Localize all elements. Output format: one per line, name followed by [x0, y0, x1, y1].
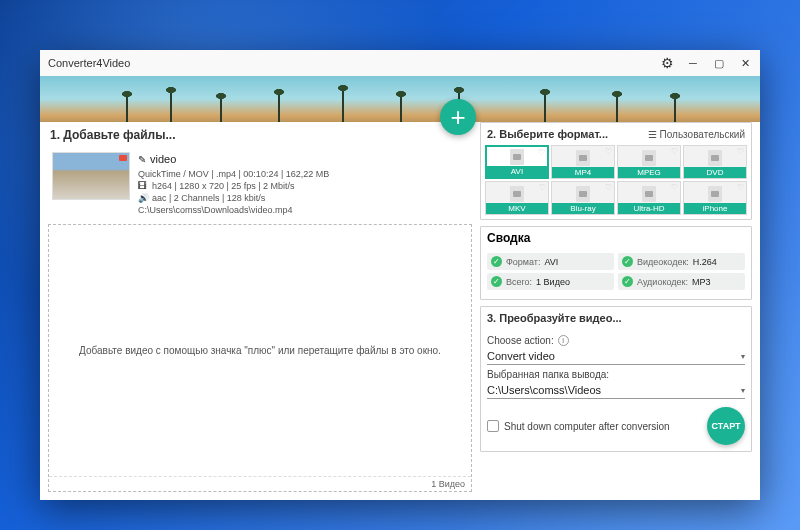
step2-title: 2. Выберите формат...: [487, 128, 608, 140]
format-iphone[interactable]: ♡iPhone: [683, 181, 747, 215]
summary-title: Сводка: [481, 227, 751, 249]
heart-icon[interactable]: ♡: [538, 148, 545, 157]
check-icon: ✓: [622, 276, 633, 287]
file-item[interactable]: ✎ video QuickTime / MOV | .mp4 | 00:10:2…: [48, 148, 472, 220]
video-icon: 🎞: [138, 180, 148, 192]
left-column: + 1. Добавьте файлы... ✎ video QuickTime…: [48, 122, 472, 492]
heart-icon[interactable]: ♡: [737, 183, 744, 192]
checkbox-box: [487, 420, 499, 432]
action-label: Choose action:i: [487, 335, 745, 346]
check-icon: ✓: [491, 256, 502, 267]
convert-panel: 3. Преобразуйте видео... Choose action:i…: [480, 306, 752, 452]
output-dropdown[interactable]: C:\Users\comss\Videos▾: [487, 382, 745, 399]
heart-icon[interactable]: ♡: [605, 183, 612, 192]
file-info: ✎ video QuickTime / MOV | .mp4 | 00:10:2…: [138, 152, 468, 216]
video-thumbnail: [52, 152, 130, 200]
window-controls: ⚙ ─ ▢ ✕: [660, 56, 752, 70]
start-button[interactable]: СТАРТ: [707, 407, 745, 445]
format-dvd[interactable]: ♡DVD: [683, 145, 747, 179]
heart-icon[interactable]: ♡: [539, 183, 546, 192]
hamburger-icon: ☰: [648, 129, 657, 140]
custom-format-button[interactable]: ☰ Пользовательский: [648, 129, 745, 140]
check-icon: ✓: [491, 276, 502, 287]
file-video-line: h264 | 1280 x 720 | 25 fps | 2 Mbit/s: [152, 180, 295, 192]
file-path: C:\Users\comss\Downloads\video.mp4: [138, 204, 468, 216]
info-icon[interactable]: i: [558, 335, 569, 346]
close-button[interactable]: ✕: [738, 56, 752, 70]
app-window: Converter4Video ⚙ ─ ▢ ✕ + 1. Добавьте фа…: [40, 50, 760, 500]
summary-panel: Сводка ✓Формат: AVI ✓Видеокодек: H.264 ✓…: [480, 226, 752, 300]
step3-title: 3. Преобразуйте видео...: [487, 312, 622, 324]
format-mkv[interactable]: ♡MKV: [485, 181, 549, 215]
maximize-button[interactable]: ▢: [712, 56, 726, 70]
format-panel: 2. Выберите формат... ☰ Пользовательский…: [480, 122, 752, 220]
shutdown-checkbox[interactable]: Shut down computer after conversion: [487, 420, 670, 432]
format-grid: ♡AVI ♡MP4 ♡MPEG ♡DVD ♡MKV ♡Blu-ray ♡Ultr…: [481, 145, 751, 219]
format-uhd[interactable]: ♡Ultra-HD: [617, 181, 681, 215]
summary-vcodec: ✓Видеокодек: H.264: [618, 253, 745, 270]
right-column: 2. Выберите формат... ☰ Пользовательский…: [480, 122, 752, 492]
action-dropdown[interactable]: Convert video▾: [487, 348, 745, 365]
dropzone-footer: 1 Видео: [49, 476, 471, 491]
file-container-line: QuickTime / MOV | .mp4 | 00:10:24 | 162,…: [138, 168, 468, 180]
output-label: Выбранная папка вывода:: [487, 369, 745, 380]
format-bluray[interactable]: ♡Blu-ray: [551, 181, 615, 215]
header-banner: [40, 76, 760, 122]
format-mpeg[interactable]: ♡MPEG: [617, 145, 681, 179]
edit-icon[interactable]: ✎: [138, 153, 146, 167]
chevron-down-icon: ▾: [741, 352, 745, 361]
summary-format: ✓Формат: AVI: [487, 253, 614, 270]
step1-title: 1. Добавьте файлы...: [48, 122, 472, 148]
settings-icon[interactable]: ⚙: [660, 56, 674, 70]
heart-icon[interactable]: ♡: [737, 147, 744, 156]
check-icon: ✓: [622, 256, 633, 267]
format-mp4[interactable]: ♡MP4: [551, 145, 615, 179]
heart-icon[interactable]: ♡: [671, 147, 678, 156]
file-name-text: video: [150, 152, 176, 167]
titlebar: Converter4Video ⚙ ─ ▢ ✕: [40, 50, 760, 76]
body: + 1. Добавьте файлы... ✎ video QuickTime…: [40, 122, 760, 500]
format-avi[interactable]: ♡AVI: [485, 145, 549, 179]
file-audio-line: aac | 2 Channels | 128 kbit/s: [152, 192, 265, 204]
chevron-down-icon: ▾: [741, 386, 745, 395]
minimize-button[interactable]: ─: [686, 56, 700, 70]
summary-acodec: ✓Аудиокодек: MP3: [618, 273, 745, 290]
dropzone-message: Добавьте видео с помощью значка "плюс" и…: [49, 225, 471, 476]
heart-icon[interactable]: ♡: [605, 147, 612, 156]
heart-icon[interactable]: ♡: [671, 183, 678, 192]
audio-icon: 🔊: [138, 192, 148, 204]
dropzone[interactable]: Добавьте видео с помощью значка "плюс" и…: [48, 224, 472, 492]
app-title: Converter4Video: [48, 57, 660, 69]
summary-total: ✓Всего: 1 Видео: [487, 273, 614, 290]
add-file-button[interactable]: +: [440, 99, 476, 135]
